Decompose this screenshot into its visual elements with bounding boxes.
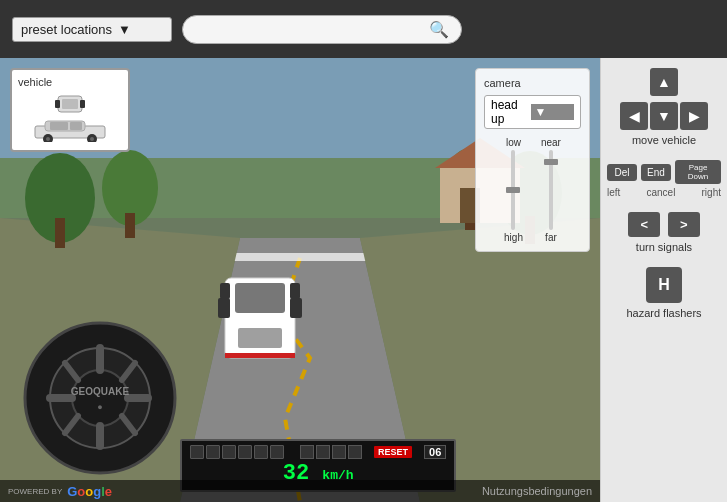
tilt-thumb xyxy=(506,187,520,193)
tilt-bottom-label: high xyxy=(504,232,523,243)
gear-dots xyxy=(190,445,284,459)
kbd-row: Del End Page Down xyxy=(607,160,721,184)
hazard-label: hazard flashers xyxy=(626,307,701,319)
gear-dot-4 xyxy=(238,445,252,459)
zoom-slider[interactable] xyxy=(549,150,553,230)
svg-rect-23 xyxy=(220,283,230,299)
nutzungsbedingungen-link[interactable]: Nutzungsbedingungen xyxy=(482,485,592,497)
search-bar[interactable]: 🔍 xyxy=(182,15,462,44)
svg-rect-10 xyxy=(125,213,135,238)
zoom-bottom-label: far xyxy=(545,232,557,243)
car-side-icon xyxy=(30,118,110,142)
right-panel: ▲ ◀ ▼ ▶ move vehicle Del End xyxy=(600,58,727,502)
search-input[interactable] xyxy=(195,22,429,37)
zoom-top-label: near xyxy=(541,137,561,148)
svg-rect-20 xyxy=(238,328,282,348)
top-bar: preset locations ▼ 🔍 xyxy=(0,0,727,58)
svg-rect-28 xyxy=(55,100,60,108)
google-text: Google xyxy=(67,484,112,499)
move-vehicle-section: ▲ ◀ ▼ ▶ move vehicle xyxy=(620,68,708,146)
google-logo: POWERED BY Google xyxy=(8,484,112,499)
vehicle-panel: vehicle xyxy=(10,68,130,152)
gear-block-1 xyxy=(300,445,314,459)
tilt-slider-col: low high xyxy=(504,137,523,243)
svg-rect-25 xyxy=(225,353,295,358)
left-signal-button[interactable]: < xyxy=(628,212,660,237)
move-up-button[interactable]: ▲ xyxy=(650,68,678,96)
signal-row: < > xyxy=(628,212,699,237)
right-signal-button[interactable]: > xyxy=(668,212,700,237)
vehicle-title: vehicle xyxy=(18,76,122,88)
reset-button[interactable]: RESET xyxy=(374,446,412,458)
steering-wheel-svg: GEOQUAKE ● xyxy=(20,318,180,478)
gear-block-3 xyxy=(332,445,346,459)
gear-dot-2 xyxy=(206,445,220,459)
speed-top-row: RESET 06 xyxy=(190,445,446,459)
gear-block-2 xyxy=(316,445,330,459)
zoom-thumb xyxy=(544,159,558,165)
gear-display xyxy=(300,445,362,459)
cancel-label: cancel xyxy=(646,187,675,198)
svg-point-37 xyxy=(90,137,94,141)
svg-point-36 xyxy=(46,137,50,141)
turn-signals-label: turn signals xyxy=(636,241,692,253)
kbd-labels-row: left cancel right xyxy=(607,187,721,198)
svg-text:●: ● xyxy=(97,402,102,412)
gear-dot-3 xyxy=(222,445,236,459)
preset-label: preset locations xyxy=(21,22,112,37)
car-top-icon xyxy=(50,92,90,116)
gear-dot-1 xyxy=(190,445,204,459)
del-key-button[interactable]: Del xyxy=(607,164,637,181)
preset-locations-dropdown[interactable]: preset locations ▼ xyxy=(12,17,172,42)
hazard-button[interactable]: H xyxy=(646,267,682,303)
move-vehicle-label: move vehicle xyxy=(632,134,696,146)
svg-rect-22 xyxy=(290,298,302,318)
left-label: left xyxy=(607,187,620,198)
svg-rect-33 xyxy=(70,122,82,130)
move-right-button[interactable]: ▶ xyxy=(680,102,708,130)
svg-rect-24 xyxy=(290,283,300,299)
dropdown-arrow-icon: ▼ xyxy=(118,22,131,37)
google-letter-g: G xyxy=(67,484,77,499)
gear-block-4 xyxy=(348,445,362,459)
hazard-section: H hazard flashers xyxy=(626,267,701,319)
powered-by-text: POWERED BY xyxy=(8,487,62,496)
vehicle-top-view xyxy=(18,92,122,116)
gear-number: 06 xyxy=(424,445,446,459)
svg-rect-29 xyxy=(80,100,85,108)
camera-mode-select[interactable]: head up ▼ xyxy=(484,95,581,129)
move-down-button[interactable]: ▼ xyxy=(650,102,678,130)
camera-panel: camera head up ▼ low high near far xyxy=(475,68,590,252)
tilt-top-label: low xyxy=(506,137,521,148)
steering-wheel: GEOQUAKE ● xyxy=(20,318,180,482)
svg-text:GEOQUAKE: GEOQUAKE xyxy=(71,386,130,397)
camera-mode-label: head up xyxy=(491,98,527,126)
main-container: preset locations ▼ 🔍 xyxy=(0,0,727,502)
move-left-button[interactable]: ◀ xyxy=(620,102,648,130)
camera-title: camera xyxy=(484,77,581,89)
svg-rect-8 xyxy=(55,218,65,248)
svg-rect-32 xyxy=(50,122,68,130)
keyboard-shortcuts-section: Del End Page Down left cancel right xyxy=(607,160,721,198)
vehicle-side-view xyxy=(18,118,122,142)
tilt-slider[interactable] xyxy=(511,150,515,230)
camera-sliders: low high near far xyxy=(484,137,581,243)
pagedown-key-button[interactable]: Page Down xyxy=(675,160,721,184)
svg-rect-27 xyxy=(62,99,78,109)
gear-dot-5 xyxy=(254,445,268,459)
bottom-bar: POWERED BY Google Nutzungsbedingungen xyxy=(0,480,600,502)
search-icon: 🔍 xyxy=(429,20,449,39)
svg-rect-19 xyxy=(235,283,285,313)
right-label: right xyxy=(702,187,721,198)
camera-select-arrow: ▼ xyxy=(531,104,575,120)
svg-rect-4 xyxy=(230,253,370,261)
turn-signals-section: < > turn signals xyxy=(628,212,699,253)
gear-dot-6 xyxy=(270,445,284,459)
zoom-slider-col: near far xyxy=(541,137,561,243)
end-key-button[interactable]: End xyxy=(641,164,671,181)
google-letter-e: e xyxy=(105,484,112,499)
svg-rect-21 xyxy=(218,298,230,318)
